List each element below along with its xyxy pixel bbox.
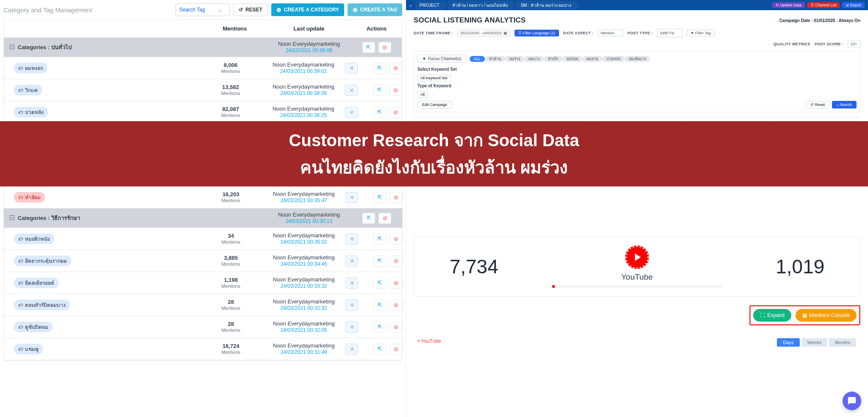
date-picker[interactable]: 25/12/2020 - 24/03/2021 ▦ bbox=[457, 30, 510, 36]
filter-pill[interactable]: ผมร่วง bbox=[505, 56, 524, 62]
shuffle-icon[interactable]: ⤨ bbox=[345, 85, 358, 96]
create-tag-button[interactable]: ⊕CREATE A TAG bbox=[348, 3, 402, 16]
delete-icon[interactable]: ⊘ bbox=[389, 192, 402, 203]
collapse-icon[interactable] bbox=[10, 44, 14, 49]
post-score-select[interactable]: 10+ bbox=[848, 41, 860, 47]
edit-icon[interactable]: ⇱ bbox=[373, 278, 386, 289]
edit-icon[interactable]: ⇱ bbox=[373, 256, 386, 267]
keyword-type-select[interactable]: All bbox=[417, 91, 428, 98]
chat-fab-button[interactable] bbox=[843, 392, 861, 410]
edit-icon[interactable]: ⇱ bbox=[373, 63, 386, 74]
date-aspect-select[interactable]: Mention bbox=[598, 30, 623, 36]
delete-icon[interactable]: ⊘ bbox=[389, 322, 402, 333]
export-button[interactable]: ⇲ Export bbox=[842, 2, 865, 8]
shuffle-icon[interactable]: ⤨ bbox=[345, 344, 358, 355]
delete-icon[interactable]: ⊘ bbox=[389, 300, 402, 311]
tag-chip[interactable]: 🏷ยีดสเตียรอยด์ bbox=[14, 278, 58, 288]
delete-icon[interactable]: ⊘ bbox=[389, 278, 402, 289]
shuffle-icon[interactable]: ⤨ bbox=[345, 63, 358, 74]
delete-icon[interactable]: ⊘ bbox=[378, 42, 391, 53]
shuffle-icon[interactable]: ⤨ bbox=[345, 234, 358, 245]
breadcrumb-item[interactable]: PROJECT bbox=[415, 1, 444, 9]
tag-chip[interactable]: 🏷ยีดยากระตุ้นรากผม bbox=[14, 256, 71, 266]
breadcrumb-item[interactable]: หัวล้าน / ผมขาว / นอนไม่หลับ bbox=[448, 1, 512, 9]
home-icon[interactable]: ⌂ bbox=[409, 3, 412, 8]
shuffle-icon[interactable]: ⤨ bbox=[345, 278, 358, 289]
reset-button[interactable]: ↺ Reset bbox=[806, 101, 829, 108]
edit-icon[interactable]: ⇱ bbox=[373, 85, 386, 96]
youtube-icon bbox=[625, 245, 649, 269]
filter-pill[interactable]: ALL bbox=[470, 56, 485, 62]
youtube-right-value: 1,019 bbox=[776, 255, 824, 278]
edit-icon[interactable]: ⇱ bbox=[373, 322, 386, 333]
shuffle-icon[interactable]: ⤨ bbox=[345, 256, 358, 267]
focus-section: ▼Focus Channel(s) ALLหัวล้านผมร่วงผมบางห… bbox=[414, 51, 860, 112]
edit-icon[interactable]: ⇱ bbox=[373, 192, 386, 203]
edit-campaign-button[interactable]: Edit Campaign bbox=[417, 101, 452, 108]
delete-icon[interactable]: ⊘ bbox=[389, 256, 402, 267]
youtube-label: YouTube bbox=[621, 272, 653, 282]
edit-icon[interactable]: ⇱ bbox=[373, 300, 386, 311]
edit-icon[interactable]: ⇱ bbox=[362, 213, 375, 224]
focus-channels-button[interactable]: ▼Focus Channel(s) bbox=[417, 55, 466, 63]
delete-icon[interactable]: ⊘ bbox=[389, 85, 402, 96]
console-buttons-highlight: ⛶Expand ▦Mentions Console bbox=[749, 305, 860, 325]
time-tab[interactable]: Months bbox=[829, 338, 856, 347]
channel-list-button[interactable]: ☰ Channel List bbox=[807, 2, 840, 8]
search-button[interactable]: ⌕ Search bbox=[832, 101, 857, 108]
plus-icon: ⊕ bbox=[276, 6, 281, 13]
create-category-button[interactable]: ⊕CREATE A CATEGORY bbox=[271, 3, 344, 16]
plus-icon: ⊕ bbox=[353, 6, 358, 13]
reset-button[interactable]: ↺RESET bbox=[233, 3, 268, 16]
filter-pill[interactable]: หัวล้าน bbox=[485, 56, 505, 62]
shuffle-icon[interactable]: ⤨ bbox=[345, 107, 358, 118]
category-group-header[interactable]: Categories : วิธีการรักษาNoon Everydayma… bbox=[4, 208, 402, 228]
update-data-button[interactable]: ↻ Update Data bbox=[772, 2, 805, 8]
filter-tag-button[interactable]: ▼ Filter Tag bbox=[687, 30, 715, 36]
filter-pill[interactable]: ผมบาง bbox=[524, 56, 544, 62]
tag-icon: 🏷 bbox=[18, 195, 23, 200]
mentions-console-button[interactable]: ▦Mentions Console bbox=[796, 309, 857, 322]
keyword-set-select[interactable]: All Keyword Set bbox=[417, 75, 451, 81]
search-input-container[interactable]: ⌕ bbox=[175, 3, 230, 16]
tag-chip[interactable]: 🏷ดูชั่นปิดผม bbox=[14, 322, 53, 332]
time-tab[interactable]: Days bbox=[777, 338, 799, 347]
tag-chip[interactable]: 🏷หมอผิวหนัง bbox=[14, 234, 54, 244]
filter-pill[interactable]: ผมเส้นบาง bbox=[625, 56, 650, 62]
edit-icon[interactable]: ⇱ bbox=[373, 234, 386, 245]
post-type-select[interactable]: บทความ bbox=[657, 29, 682, 37]
delete-icon[interactable]: ⊘ bbox=[378, 213, 391, 224]
search-icon[interactable]: ⌕ bbox=[218, 7, 222, 13]
tag-chip[interactable]: 🏷ปวดหลัง bbox=[14, 107, 48, 117]
search-input[interactable] bbox=[176, 7, 218, 13]
edit-icon[interactable]: ⇱ bbox=[362, 42, 375, 53]
delete-icon[interactable]: ⊘ bbox=[389, 107, 402, 118]
tag-icon: 🏷 bbox=[18, 303, 23, 308]
delete-icon[interactable]: ⊘ bbox=[389, 63, 402, 74]
tag-chip[interactable]: 🏷วิกแค bbox=[14, 85, 42, 95]
delete-icon[interactable]: ⊘ bbox=[389, 344, 402, 355]
tag-chip[interactable]: 🏷แชมพู bbox=[14, 344, 43, 354]
filter-pill[interactable]: ผมหาย bbox=[582, 56, 602, 62]
filter-language-button[interactable]: ☰ Filter Language (1) bbox=[515, 30, 559, 36]
filter-pill[interactable]: หัวเถิก bbox=[544, 56, 562, 62]
shuffle-icon[interactable]: ⤨ bbox=[345, 300, 358, 311]
tag-chip[interactable]: 🏷ดอนทัวร์ปิดผมบาง bbox=[14, 300, 70, 310]
expand-button[interactable]: ⛶Expand bbox=[753, 309, 791, 322]
filter-pill[interactable]: ปวดหลัง bbox=[602, 56, 625, 62]
select-keyword-set-label: Select Keyword Set bbox=[417, 67, 857, 72]
delete-icon[interactable]: ⊘ bbox=[389, 234, 402, 245]
tag-chip[interactable]: 🏷ผมหงอก bbox=[14, 63, 47, 73]
tag-icon: 🏷 bbox=[18, 66, 23, 71]
edit-icon[interactable]: ⇱ bbox=[373, 107, 386, 118]
collapse-icon[interactable] bbox=[10, 215, 14, 220]
filter-pill[interactable]: ผมบ้อย bbox=[562, 56, 582, 62]
time-tab[interactable]: Weeks bbox=[801, 338, 827, 347]
edit-icon[interactable]: ⇱ bbox=[373, 344, 386, 355]
tag-chip[interactable]: 🏷ทำสีผม bbox=[14, 192, 45, 203]
category-group-header[interactable]: Categories : บ่นทั่วไปNoon Everydaymarke… bbox=[4, 38, 402, 57]
shuffle-icon[interactable]: ⤨ bbox=[345, 192, 358, 203]
breadcrumb-item[interactable]: SM : หัวล้าน ผมร่วง ผมบาง bbox=[516, 1, 576, 9]
shuffle-icon[interactable]: ⤨ bbox=[345, 322, 358, 333]
filter-icon: ▼ bbox=[422, 56, 426, 61]
